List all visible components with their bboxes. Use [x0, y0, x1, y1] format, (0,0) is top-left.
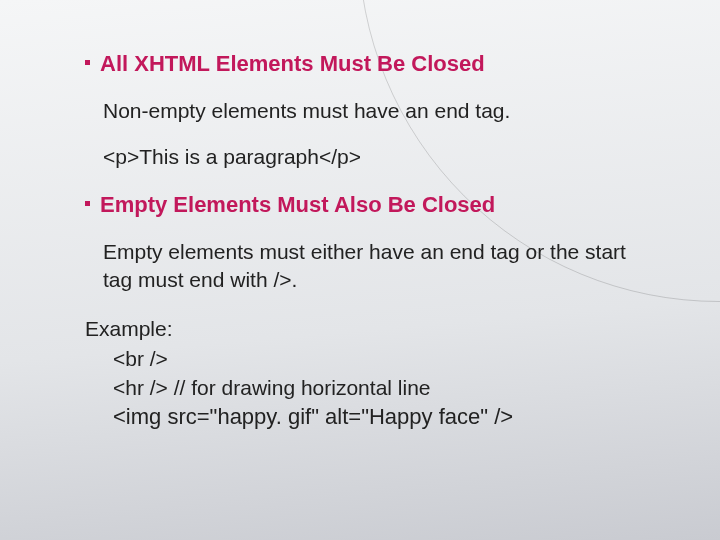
code-example-1: <p>This is a paragraph</p>: [103, 145, 650, 169]
slide-content: All XHTML Elements Must Be Closed Non-em…: [85, 50, 650, 433]
example-block: Example: <br /> <hr /> // for drawing ho…: [85, 314, 650, 433]
slide: All XHTML Elements Must Be Closed Non-em…: [0, 0, 720, 540]
example-line-3: <img src="happy. gif" alt="Happy face" /…: [113, 402, 650, 433]
heading-2: Empty Elements Must Also Be Closed: [100, 191, 495, 220]
body-text-2: Empty elements must either have an end t…: [103, 238, 650, 295]
bullet-icon: [85, 60, 90, 65]
bullet-item-1: All XHTML Elements Must Be Closed: [85, 50, 650, 79]
bullet-item-2: Empty Elements Must Also Be Closed: [85, 191, 650, 220]
bullet-icon: [85, 201, 90, 206]
heading-1: All XHTML Elements Must Be Closed: [100, 50, 485, 79]
body-text-1: Non-empty elements must have an end tag.: [103, 97, 650, 125]
example-lines: <br /> <hr /> // for drawing horizontal …: [113, 344, 650, 434]
example-line-1: <br />: [113, 344, 650, 373]
example-label: Example:: [85, 314, 650, 343]
example-line-2: <hr /> // for drawing horizontal line: [113, 373, 650, 402]
